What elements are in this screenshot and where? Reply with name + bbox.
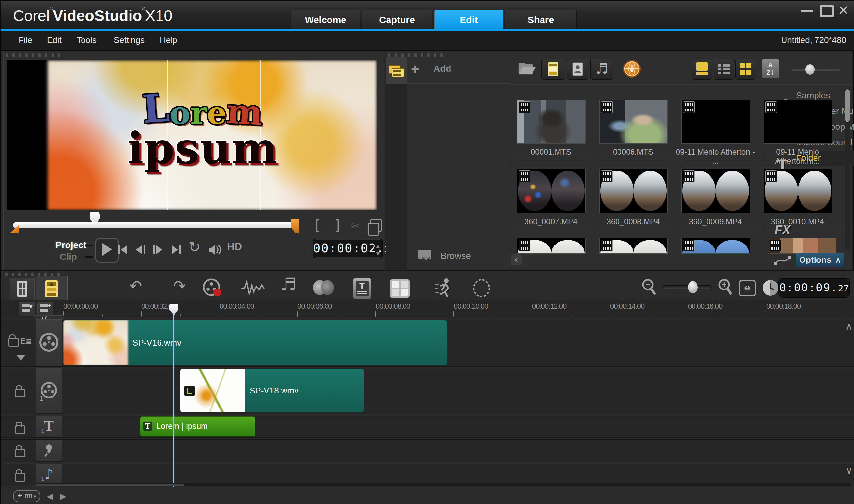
overlay-track-header[interactable]: 1 xyxy=(36,368,62,414)
video-track-header[interactable] xyxy=(36,320,62,366)
redo-button[interactable]: ↷ xyxy=(167,275,192,296)
repeat-button[interactable]: ↻ xyxy=(189,239,201,255)
sound-mixer-button[interactable] xyxy=(241,279,265,298)
filter-music-button[interactable]: ♬ xyxy=(590,59,613,79)
timecode-down-arrow[interactable]: ▼ xyxy=(376,245,380,263)
library-nav-media-active[interactable] xyxy=(386,57,407,84)
music-track-lock-icon[interactable] xyxy=(15,473,25,482)
menu-edit[interactable]: Edit xyxy=(47,35,62,45)
timeline-ruler[interactable]: 00:00:00.00 00:00:02.00 00:00:04.00 00:0… xyxy=(1,300,854,318)
media-thumb-00001[interactable] xyxy=(517,100,586,144)
timeline-scroll-up-button[interactable]: ∧ xyxy=(846,321,853,332)
go-to-end-button[interactable] xyxy=(170,243,183,256)
media-thumb-menlo-2[interactable] xyxy=(764,100,832,144)
split-screen-template-button[interactable] xyxy=(389,279,411,298)
time-ruler-button[interactable] xyxy=(762,279,780,297)
timeline-hscrollbar-thumb[interactable] xyxy=(36,484,184,486)
subtitle-editor-button[interactable]: T xyxy=(353,278,371,299)
close-button[interactable]: ✕ xyxy=(838,3,849,19)
thumbnail-size-slider[interactable] xyxy=(791,68,840,71)
media-thumb-00006[interactable] xyxy=(599,100,668,144)
timeline-panel-grip[interactable] xyxy=(5,273,64,276)
auto-music-button[interactable]: ♬ xyxy=(275,274,302,295)
overlay-track-row[interactable] xyxy=(1,368,854,414)
filter-photo-button[interactable] xyxy=(567,59,589,79)
title-track-header[interactable]: 1 T xyxy=(36,416,62,437)
fit-project-button[interactable] xyxy=(738,280,756,296)
media-thumb-partial[interactable] xyxy=(599,238,668,254)
tab-share[interactable]: Share xyxy=(505,10,577,30)
menu-help[interactable]: Help xyxy=(160,35,177,45)
tab-welcome[interactable]: Welcome xyxy=(291,10,361,30)
zoom-in-button[interactable] xyxy=(717,278,734,297)
title-track-row[interactable] xyxy=(1,416,854,438)
thumbnail-size-slider-thumb[interactable] xyxy=(805,64,815,75)
tab-capture[interactable]: Capture xyxy=(362,10,432,30)
media-thumb-360-0007[interactable] xyxy=(517,169,586,213)
title-track-lock-icon[interactable] xyxy=(15,426,25,434)
library-scroll-left-button[interactable]: ‹ xyxy=(511,254,522,265)
volume-button[interactable] xyxy=(207,243,223,256)
play-button[interactable] xyxy=(95,238,119,263)
preview-panel-grip[interactable] xyxy=(6,53,65,57)
timeline-view-button[interactable] xyxy=(36,276,68,302)
add-chapter-cue-button[interactable]: + ▾ xyxy=(13,490,40,502)
media-thumb-partial[interactable] xyxy=(681,238,750,254)
video-track-ripple-icon[interactable]: E≣ xyxy=(20,336,32,346)
view-grid-button[interactable] xyxy=(735,59,755,79)
track-manager-button[interactable] xyxy=(37,302,53,316)
timeline-scroll-left-button[interactable]: ◀ xyxy=(46,491,53,501)
timeline-hscrollbar[interactable] xyxy=(36,484,851,486)
title-clip-lorem-ipsum[interactable]: T Lorem | ipsum xyxy=(140,416,256,436)
enlarge-preview-icon[interactable] xyxy=(370,219,382,232)
mark-out-button[interactable]: ] xyxy=(333,217,342,234)
zoom-out-button[interactable] xyxy=(641,278,658,297)
maximize-button[interactable] xyxy=(820,5,834,17)
options-button[interactable]: Options ∧ xyxy=(796,253,844,267)
mark-in-button[interactable]: [ xyxy=(313,217,321,234)
hd-preview-toggle[interactable]: HD xyxy=(227,240,242,253)
add-folder-button[interactable]: + Add xyxy=(411,61,451,77)
timeline-playhead-line[interactable] xyxy=(173,315,174,487)
video-track-expand-icon[interactable] xyxy=(16,355,25,360)
menu-tools[interactable]: Tools xyxy=(77,35,97,45)
menu-settings[interactable]: Settings xyxy=(114,35,144,45)
library-scrollbar-thumb[interactable] xyxy=(845,89,850,122)
music-track-header[interactable]: 1 ♪ xyxy=(36,464,62,486)
timeline-zoom-slider[interactable] xyxy=(662,285,712,289)
undo-button[interactable]: ↶ xyxy=(123,275,149,296)
menu-file[interactable]: File xyxy=(19,35,32,45)
media-thumb-360-0008[interactable] xyxy=(599,169,668,213)
media-thumb-partial[interactable] xyxy=(517,238,586,254)
minimize-button[interactable] xyxy=(801,10,813,12)
sort-button[interactable]: A Z↓ xyxy=(762,59,779,78)
timeline-zoom-slider-thumb[interactable] xyxy=(688,281,698,293)
media-thumb-360-0010[interactable] xyxy=(764,169,832,213)
mask-creator-button[interactable] xyxy=(472,279,491,298)
media-thumb-360-0009[interactable] xyxy=(681,169,750,213)
storyboard-view-button[interactable] xyxy=(10,278,35,300)
media-360-button[interactable] xyxy=(623,60,641,77)
filter-video-button[interactable] xyxy=(541,59,565,79)
timeline-scroll-right-button[interactable]: ▶ xyxy=(60,491,67,501)
record-capture-button[interactable] xyxy=(202,278,224,298)
voice-track-header[interactable] xyxy=(36,440,62,462)
project-mode-label[interactable]: Project xyxy=(55,240,86,250)
go-to-start-button[interactable] xyxy=(116,243,129,256)
browse-button[interactable]: Browse xyxy=(418,249,471,262)
timeline-scroll-down-button[interactable]: ∨ xyxy=(846,465,853,476)
crossfade-button[interactable] xyxy=(313,280,334,295)
trim-end-marker[interactable] xyxy=(291,219,299,233)
show-all-tracks-button[interactable] xyxy=(19,302,35,316)
voice-track-row[interactable] xyxy=(1,439,854,462)
music-track-row[interactable] xyxy=(1,464,854,486)
import-folder-button[interactable] xyxy=(517,61,536,77)
preview-timecode[interactable]: 00:00:02.25 ▲ ▼ xyxy=(313,239,383,258)
previous-frame-button[interactable] xyxy=(134,243,147,256)
video-clip-sp-v16[interactable]: SP-V16.wmv xyxy=(63,320,447,365)
overlay-clip-sp-v18[interactable]: SP-V18.wmv xyxy=(180,369,364,412)
clip-mode-label[interactable]: Clip xyxy=(60,252,77,262)
voice-track-lock-icon[interactable] xyxy=(15,449,25,457)
view-list-button[interactable] xyxy=(714,59,734,79)
media-thumb-menlo-1[interactable] xyxy=(681,100,750,144)
